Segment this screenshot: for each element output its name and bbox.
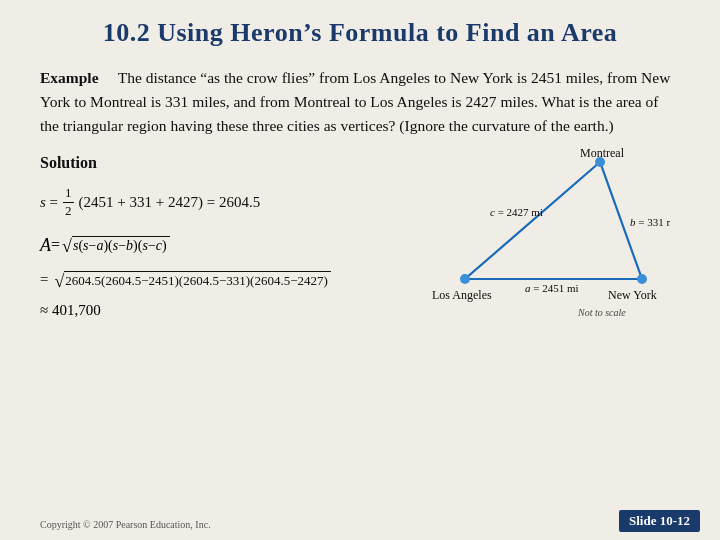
- solution-left: Solution s = 1 2 (2451 + 331 + 2427) = 2…: [40, 154, 420, 329]
- b-label-text: b = 331 mi: [630, 216, 670, 228]
- svg-point-2: [460, 274, 470, 284]
- slide: 10.2 Using Heron’s Formula to Find an Ar…: [0, 0, 720, 540]
- a-label-text: a = 2451 mi: [525, 282, 579, 294]
- sqrt-formula: √ s(s−a)(s−b)(s−c): [62, 236, 170, 254]
- diagram: Montreal Los Angeles New York a = 2451 m…: [420, 144, 680, 329]
- content-area: Example The distance “as the crow flies”…: [40, 66, 680, 329]
- svg-point-3: [637, 274, 647, 284]
- s-formula: s = 1 2 (2451 + 331 + 2427) = 2604.5: [40, 185, 420, 220]
- slide-number: Slide 10-12: [619, 510, 700, 532]
- svg-marker-0: [465, 162, 642, 279]
- not-to-scale-text: Not to scale: [577, 307, 626, 318]
- montreal-label: Montreal: [580, 146, 625, 160]
- slide-title: 10.2 Using Heron’s Formula to Find an Ar…: [40, 18, 680, 48]
- c-label-text: c = 2427 mi: [490, 206, 543, 218]
- copyright: Copyright © 2007 Pearson Education, Inc.: [40, 519, 211, 530]
- ny-label: New York: [608, 288, 657, 302]
- approx-value: ≈ 401,700: [40, 302, 101, 319]
- s-values: (2451 + 331 + 2427) = 2604.5: [79, 194, 261, 211]
- sqrt-substituted: √ 2604.5(2604.5−2451)(2604.5−331)(2604.5…: [54, 271, 330, 289]
- approx-line: ≈ 401,700: [40, 302, 420, 319]
- solution-label: Solution: [40, 154, 420, 172]
- substituted-formula: = √ 2604.5(2604.5−2451)(2604.5−331)(2604…: [40, 271, 420, 289]
- s-var: s =: [40, 194, 58, 211]
- la-label: Los Angeles: [432, 288, 492, 302]
- example-paragraph: Example The distance “as the crow flies”…: [40, 66, 680, 138]
- fraction-half: 1 2: [63, 185, 74, 220]
- triangle-svg: Montreal Los Angeles New York a = 2451 m…: [430, 144, 670, 329]
- example-label: Example: [40, 69, 99, 86]
- a-formula: A = √ s(s−a)(s−b)(s−c): [40, 235, 420, 256]
- example-text: The distance “as the crow flies” from Lo…: [40, 69, 670, 134]
- solution-section: Solution s = 1 2 (2451 + 331 + 2427) = 2…: [40, 154, 680, 329]
